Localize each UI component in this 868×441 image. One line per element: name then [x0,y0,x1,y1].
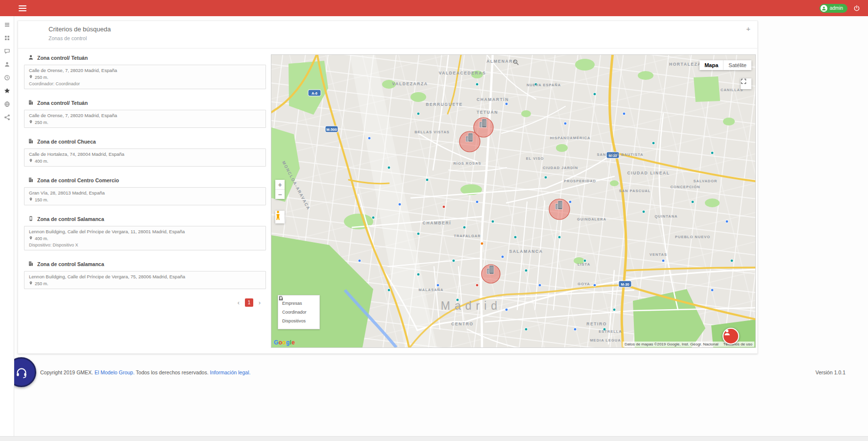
map-poi-dot[interactable] [476,284,479,287]
fullscreen-button[interactable] [741,78,751,89]
zone-radius: 250 m. [35,120,48,125]
map-poi-dot[interactable] [387,166,390,169]
attribution-text: Datos de mapas ©2019 Google, Inst. Geogr… [625,342,718,346]
logout-icon[interactable] [852,4,861,13]
pin-icon [29,120,33,125]
zone-radius: 250 m. [35,75,48,80]
zone-card[interactable]: Zona de control Salamanca Lennon Buildgi… [24,260,266,289]
device-icon [28,215,34,223]
zone-card[interactable]: Zona de control Chueca Calle de Hortalez… [24,137,266,167]
map-poi-dot[interactable] [501,255,504,258]
map-poi-dot[interactable] [623,112,626,115]
map-poi-dot[interactable] [691,200,694,203]
map-poi-dot[interactable] [358,259,361,262]
zone-name: Zona de control Salamanca [37,216,104,222]
sidebar-item-user[interactable] [0,58,14,71]
zone-card[interactable]: Zona control/ Tetuán Calle de Orense, 7,… [24,53,266,89]
map-poi-dot[interactable] [544,176,547,179]
pegman-streetview-control[interactable] [275,211,285,223]
map-canvas[interactable]: M-30M-30M-500A-6ALMENARAVALDEACEDERASVAL… [271,54,756,348]
zone-card[interactable]: Zona de control Centro Comercio Gran Vía… [24,176,266,205]
map-poi-dot[interactable] [613,308,616,311]
map-district-label: GOYA [578,282,590,286]
sidebar-item-history[interactable] [0,71,14,84]
pagination-page-1[interactable]: 1 [245,298,253,307]
map-poi-dot[interactable] [463,226,466,229]
map-poi-dot[interactable] [505,308,508,311]
map-district-label: BELLAS VISTAS [414,130,450,134]
map-district-label: SALAMANCA [509,249,543,254]
zone-address: Calle de Orense, 7, 28020 Madrid, España [29,68,261,73]
map-poi-dot[interactable] [593,93,596,96]
sidebar-item-apps[interactable] [0,84,14,98]
map-poi-dot[interactable] [558,236,561,239]
map-type-satellite-button[interactable]: Satélite [723,60,751,70]
zone-address: Calle de Orense, 7, 28020 Madrid, España [29,113,261,118]
map-poi-dot[interactable] [525,269,528,272]
map-poi-dot[interactable] [514,236,517,239]
map-poi-dot[interactable] [593,284,596,287]
admin-user-button[interactable]: admin [820,4,847,13]
map-poi-dot[interactable] [491,220,494,223]
map-zone-marker[interactable] [474,118,493,137]
map-poi-dot[interactable] [442,205,445,208]
legal-info-link[interactable]: Información legal. [210,369,251,375]
map-poi-dot[interactable] [436,284,439,287]
map-poi-dot[interactable] [417,232,420,235]
sidebar-item-menu[interactable] [0,18,14,31]
pin-icon [29,197,33,202]
map-poi-dot[interactable] [417,273,420,276]
zone-name: Zona de control Chueca [37,139,96,145]
map-poi-dot[interactable] [387,289,390,292]
copyright-text: Copyright 2019 GMEX. [40,369,93,375]
map-poi-dot[interactable] [711,289,714,292]
map-road-shield: M-500 [325,126,338,132]
map-poi-dot[interactable] [662,259,665,262]
zone-card[interactable]: Zona de control Salamanca Lennon Buildgi… [24,215,266,250]
pagination-next[interactable]: › [256,299,263,306]
map-poi-dot[interactable] [711,151,714,154]
map-zone-marker[interactable] [549,199,570,220]
map-poi-dot[interactable] [525,328,528,331]
left-sidebar [0,16,14,436]
map-poi-dot[interactable] [564,122,567,125]
zoom-out-button[interactable]: − [275,190,285,199]
sidebar-item-dashboard[interactable] [0,31,14,45]
map-poi-dot[interactable] [730,259,733,262]
sidebar-item-share[interactable] [0,111,14,124]
map-poi-dot[interactable] [642,210,645,213]
map-district-label: CONCEPCIÓN [671,185,700,189]
map-poi-dot[interactable] [372,216,375,219]
map-poi-dot[interactable] [417,112,420,115]
panel-header: Criterios de búsqueda Zonas de control + [18,21,757,49]
map-poi-dot[interactable] [398,203,401,206]
zoom-in-button[interactable]: + [275,180,285,190]
zone-card[interactable]: Zona control/ Tetuán Calle de Orense, 7,… [24,98,266,128]
menu-icon[interactable] [19,5,26,11]
map-poi-dot[interactable] [476,83,479,86]
map-poi-dot[interactable] [476,200,479,203]
map-poi-dot[interactable] [368,137,371,140]
collapse-panel-button[interactable]: + [746,25,750,32]
bottom-scrollbar[interactable] [0,436,868,441]
map-poi-dot[interactable] [569,200,572,203]
company-link[interactable]: El Modelo Group. [95,369,135,375]
pagination-prev[interactable]: ‹ [235,299,242,306]
sidebar-item-messages[interactable] [0,45,14,58]
map-poi-dot[interactable] [481,242,483,245]
map-type-map-button[interactable]: Mapa [699,60,723,70]
map-poi-dot[interactable] [574,328,577,331]
map-district-label: SALVADOR [694,179,718,183]
zone-list: Zona control/ Tetuán Calle de Orense, 7,… [24,53,266,307]
map-poi-dot[interactable] [725,220,728,223]
page-title: Criterios de búsqueda [48,25,111,33]
map-user-fab-button[interactable] [723,328,739,344]
map-poi-dot[interactable] [652,142,655,145]
map-poi-dot[interactable] [505,102,508,105]
map-poi-dot[interactable] [452,259,455,262]
map-poi-dot[interactable] [426,178,429,181]
map-poi-dot[interactable] [538,284,541,287]
sidebar-item-globe[interactable] [0,98,14,111]
map-district-label: BERRUGUETE [426,102,463,107]
map-zone-marker[interactable] [482,265,500,283]
